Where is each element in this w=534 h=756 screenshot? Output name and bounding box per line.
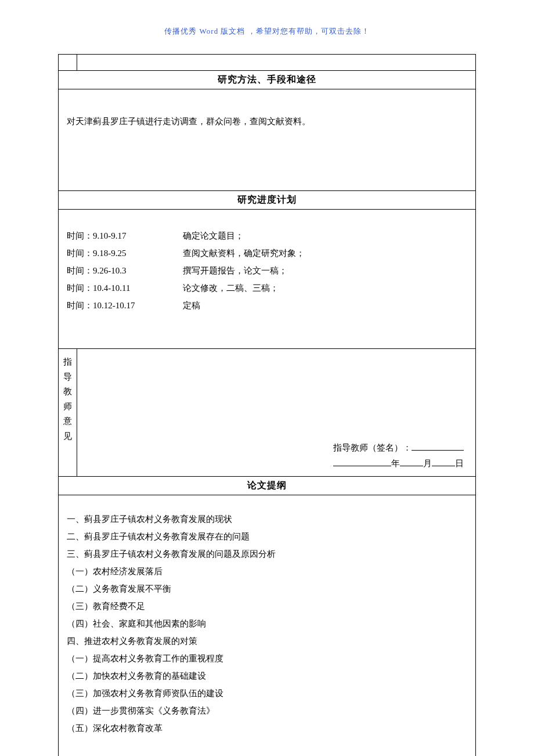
methods-header-row: 研究方法、手段和途径 xyxy=(59,71,476,89)
advisor-row: 指 导 教 师 意 见 指导教师（签名）： 年月日 xyxy=(59,349,476,477)
outline-item: 四、推进农村义务教育发展的对策 xyxy=(67,632,467,650)
advisor-label-cell: 指 导 教 师 意 见 xyxy=(59,349,77,477)
methods-title: 研究方法、手段和途径 xyxy=(59,71,476,89)
schedule-time: 时间：9.10-9.17 xyxy=(67,227,183,244)
advisor-label-char: 意 xyxy=(59,414,77,429)
signature-label: 指导教师（签名）： xyxy=(333,443,412,452)
schedule-task: 确定论文题目； xyxy=(183,227,244,244)
outline-item: 三、蓟县罗庄子镇农村义务教育发展的问题及原因分析 xyxy=(67,545,467,563)
outline-item: （三）教育经费不足 xyxy=(67,597,467,615)
progress-title: 研究进度计划 xyxy=(59,191,476,210)
outline-item: （四）社会、家庭和其他因素的影响 xyxy=(67,615,467,632)
outline-item: （五）深化农村教育改革 xyxy=(67,719,467,737)
year-label: 年 xyxy=(391,459,400,468)
progress-content: 时间：9.10-9.17 确定论文题目； 时间：9.18-9.25 查阅文献资料… xyxy=(59,210,476,349)
top-row-cell2 xyxy=(77,55,476,71)
advisor-label-char: 指 xyxy=(59,355,77,370)
day-underline[interactable] xyxy=(432,458,455,466)
outline-item: （一）农村经济发展落后 xyxy=(67,563,467,580)
outline-item: 二、蓟县罗庄子镇农村义务教育发展存在的问题 xyxy=(67,528,467,545)
outline-item: 一、蓟县罗庄子镇农村义务教育发展的现状 xyxy=(67,510,467,528)
signature-underline[interactable] xyxy=(412,442,464,451)
advisor-label-char: 导 xyxy=(59,370,77,385)
outline-header-row: 论文提纲 xyxy=(59,477,476,495)
document-table: 研究方法、手段和途径 对天津蓟县罗庄子镇进行走访调查，群众问卷，查阅文献资料。 … xyxy=(58,54,476,756)
day-label: 日 xyxy=(455,459,464,468)
schedule-line: 时间：9.18-9.25 查阅文献资料，确定研究对象； xyxy=(67,244,467,262)
schedule-task: 查阅文献资料，确定研究对象； xyxy=(183,244,305,262)
advisor-label-char: 见 xyxy=(59,429,77,444)
signature-block: 指导教师（签名）： 年月日 xyxy=(333,440,464,471)
outline-content: 一、蓟县罗庄子镇农村义务教育发展的现状 二、蓟县罗庄子镇农村义务教育发展存在的问… xyxy=(59,495,476,757)
schedule-line: 时间：10.4-10.11 论文修改，二稿、三稿； xyxy=(67,279,467,297)
advisor-content-cell: 指导教师（签名）： 年月日 xyxy=(77,349,476,477)
methods-content: 对天津蓟县罗庄子镇进行走访调查，群众问卷，查阅文献资料。 xyxy=(59,89,476,191)
top-row-cell1 xyxy=(59,55,77,71)
schedule-line: 时间：9.26-10.3 撰写开题报告，论文一稿； xyxy=(67,262,467,279)
schedule-task: 撰写开题报告，论文一稿； xyxy=(183,262,287,279)
advisor-label-char: 师 xyxy=(59,399,77,415)
date-line: 年月日 xyxy=(333,456,464,471)
outline-item: （二）义务教育发展不平衡 xyxy=(67,580,467,597)
methods-content-row: 对天津蓟县罗庄子镇进行走访调查，群众问卷，查阅文献资料。 xyxy=(59,89,476,191)
signature-line: 指导教师（签名）： xyxy=(333,440,464,456)
outline-item: （四）进一步贯彻落实《义务教育法》 xyxy=(67,702,467,719)
progress-header-row: 研究进度计划 xyxy=(59,191,476,210)
outline-item: （三）加强农村义务教育师资队伍的建设 xyxy=(67,685,467,702)
header-notice: 传播优秀 Word 版文档 ，希望对您有帮助，可双击去除！ xyxy=(0,0,534,54)
month-label: 月 xyxy=(423,459,432,468)
outline-item: （一）提高农村义务教育工作的重视程度 xyxy=(67,650,467,667)
top-row xyxy=(59,55,476,71)
outline-title: 论文提纲 xyxy=(59,477,476,495)
schedule-time: 时间：10.12-10.17 xyxy=(67,297,183,314)
schedule-line: 时间：9.10-9.17 确定论文题目； xyxy=(67,227,467,244)
outline-content-row: 一、蓟县罗庄子镇农村义务教育发展的现状 二、蓟县罗庄子镇农村义务教育发展存在的问… xyxy=(59,495,476,757)
advisor-label-char: 教 xyxy=(59,384,77,399)
schedule-time: 时间：9.26-10.3 xyxy=(67,262,183,279)
schedule-time: 时间：10.4-10.11 xyxy=(67,279,183,297)
outline-item: （二）加快农村义务教育的基础建设 xyxy=(67,667,467,685)
schedule-task: 论文修改，二稿、三稿； xyxy=(183,279,279,297)
progress-content-row: 时间：9.10-9.17 确定论文题目； 时间：9.18-9.25 查阅文献资料… xyxy=(59,210,476,349)
schedule-task: 定稿 xyxy=(183,297,200,314)
year-underline[interactable] xyxy=(333,458,391,466)
schedule-line: 时间：10.12-10.17 定稿 xyxy=(67,297,467,314)
month-underline[interactable] xyxy=(400,458,423,466)
schedule-time: 时间：9.18-9.25 xyxy=(67,244,183,262)
